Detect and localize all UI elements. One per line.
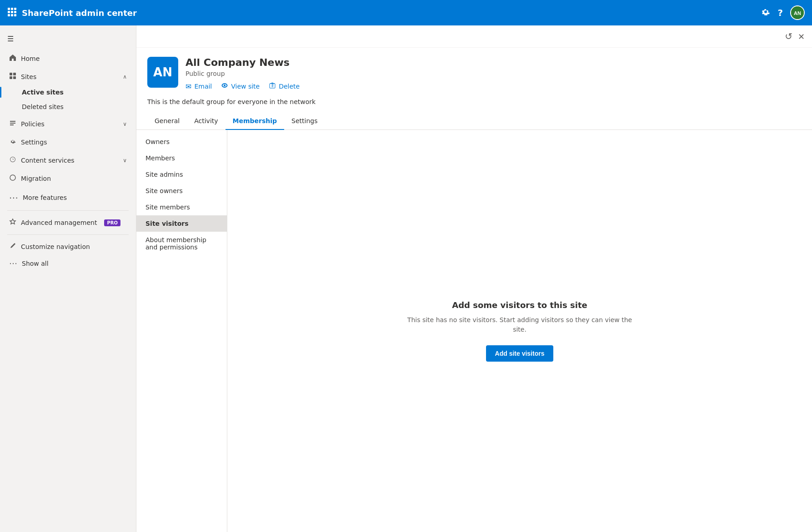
sidebar-divider-1 [7,210,129,211]
sidebar-item-show-all[interactable]: ⋯ Show all [0,255,136,272]
email-action[interactable]: ✉ Email [185,82,212,91]
empty-state: Add some visitors to this site This site… [406,300,633,362]
view-site-icon [221,82,228,91]
membership-nav: Owners Members Site admins Site owners S… [136,130,227,532]
settings-nav-icon [9,138,16,147]
sidebar-section-advanced: Advanced management PRO [0,214,136,231]
svg-text:AN: AN [794,10,801,16]
mem-nav-site-admins[interactable]: Site admins [136,166,227,183]
sidebar-divider-2 [7,234,129,235]
sidebar-section-sites: Sites ∧ Active sites Deleted sites [0,69,136,114]
user-avatar[interactable]: AN [790,5,805,20]
mem-nav-site-owners[interactable]: Site owners [136,183,227,199]
tab-settings[interactable]: Settings [284,113,325,130]
email-icon: ✉ [185,82,191,91]
view-site-action[interactable]: View site [221,82,260,91]
topbar-left: SharePoint admin center [7,7,137,19]
hamburger-button[interactable]: ☰ [0,31,136,50]
mem-nav-about-membership[interactable]: About membership and permissions [136,232,227,255]
svg-rect-6 [8,14,10,16]
settings-icon[interactable] [761,7,770,18]
sidebar-section-settings: Settings [0,134,136,150]
svg-rect-12 [13,73,16,75]
advanced-management-icon [9,218,16,227]
sidebar-item-sites[interactable]: Sites ∧ [0,69,136,85]
policies-chevron-icon: ∨ [123,121,127,127]
tab-activity[interactable]: Activity [187,113,225,130]
site-actions: ✉ Email View site [185,82,801,91]
site-description: This is the default group for everyone i… [136,98,812,113]
home-icon [9,54,16,63]
sidebar-item-settings[interactable]: Settings [0,134,136,150]
sidebar-section-migration: Migration [0,170,136,187]
more-features-icon: ⋯ [9,192,18,203]
topbar-title: SharePoint admin center [22,8,137,18]
show-all-icon: ⋯ [9,259,17,268]
membership-layout: Owners Members Site admins Site owners S… [136,130,812,532]
mem-nav-owners[interactable]: Owners [136,134,227,150]
add-site-visitors-button[interactable]: Add site visitors [486,345,554,362]
svg-rect-1 [11,8,13,10]
sidebar-item-migration[interactable]: Migration [0,170,136,187]
site-panel: ↺ ✕ AN All Company News Public group ✉ E… [136,25,812,532]
sidebar-section-customize: Customize navigation ⋯ Show all [0,239,136,272]
site-avatar: AN [147,57,178,88]
site-info: All Company News Public group ✉ Email Vi… [185,57,801,91]
mem-nav-site-visitors[interactable]: Site visitors [136,215,227,232]
layout: ☰ Home Sites ∧ Active sites Deleted [0,25,812,532]
customize-nav-icon [9,242,16,251]
mem-nav-site-members[interactable]: Site members [136,199,227,215]
svg-rect-3 [8,11,10,13]
sidebar-section-content: Content services ∨ [0,152,136,169]
content-services-icon [9,156,16,165]
site-name: All Company News [185,57,801,68]
delete-icon [269,82,276,91]
svg-point-15 [10,175,15,180]
sidebar-item-more-features[interactable]: ⋯ More features [0,189,136,207]
migration-icon [9,174,16,183]
main-content: ↺ ✕ AN All Company News Public group ✉ E… [136,25,812,532]
content-chevron-icon: ∨ [123,157,127,164]
refresh-icon[interactable]: ↺ [785,31,792,42]
tabs: General Activity Membership Settings [136,113,812,130]
sidebar-item-policies[interactable]: Policies ∨ [0,116,136,132]
svg-rect-11 [10,73,12,75]
topbar: SharePoint admin center ? AN [0,0,812,25]
svg-rect-14 [13,76,16,79]
delete-action[interactable]: Delete [269,82,300,91]
sites-chevron-icon: ∧ [123,74,127,80]
sidebar-item-home[interactable]: Home [0,50,136,67]
svg-rect-8 [14,14,16,16]
close-icon[interactable]: ✕ [798,32,805,41]
mem-nav-members[interactable]: Members [136,150,227,166]
empty-title: Add some visitors to this site [406,300,633,310]
svg-rect-7 [11,14,13,16]
sidebar-item-deleted-sites[interactable]: Deleted sites [0,99,136,114]
tab-membership[interactable]: Membership [226,113,285,130]
waffle-icon[interactable] [7,7,16,19]
sidebar-section-more: ⋯ More features [0,189,136,207]
sidebar-section-home: Home [0,50,136,67]
panel-header: AN All Company News Public group ✉ Email [136,48,812,98]
policies-icon [9,119,16,129]
sidebar-item-active-sites[interactable]: Active sites [0,85,136,99]
sidebar-section-policies: Policies ∨ [0,116,136,132]
pro-badge: PRO [104,219,120,226]
svg-rect-5 [14,11,16,13]
svg-rect-4 [11,11,13,13]
svg-rect-2 [14,8,16,10]
sidebar: ☰ Home Sites ∧ Active sites Deleted [0,25,136,532]
tab-general[interactable]: General [147,113,187,130]
svg-point-16 [224,85,226,86]
empty-desc: This site has no site visitors. Start ad… [406,315,633,334]
membership-content: Add some visitors to this site This site… [227,130,812,532]
sidebar-item-advanced-management[interactable]: Advanced management PRO [0,214,136,231]
help-icon[interactable]: ? [777,7,783,18]
svg-rect-0 [8,8,10,10]
sidebar-item-content-services[interactable]: Content services ∨ [0,152,136,169]
svg-rect-13 [10,76,12,79]
panel-topbar: ↺ ✕ [136,25,812,48]
sidebar-item-customize-navigation[interactable]: Customize navigation [0,239,136,255]
site-type: Public group [185,70,801,77]
topbar-right: ? AN [761,5,805,20]
